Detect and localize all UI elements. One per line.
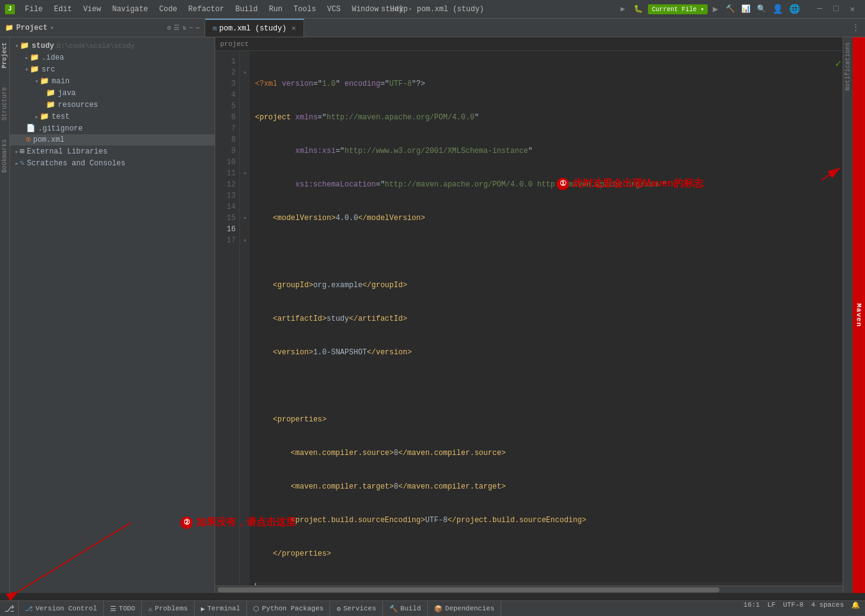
tab-pom-xml[interactable]: m pom.xml (study) ✕ [205, 19, 304, 37]
code-content[interactable]: <?xml version="1.0" encoding="UTF-8"?> <… [250, 51, 843, 586]
editor-gutter: ▾ ▾ ▾ ▾ [240, 51, 250, 586]
project-panel: ▾ 📁 study D:\code\scala\study ▸ 📁 .idea … [10, 37, 215, 593]
bottom-tab-problems[interactable]: ⚠ Problems [142, 601, 194, 616]
code-line-1: <?xml version="1.0" encoding="UTF-8"?> [255, 78, 843, 90]
project-tree: ▾ 📁 study D:\code\scala\study ▸ 📁 .idea … [10, 37, 215, 593]
current-file-dropdown[interactable]: Current File ▾ [648, 4, 708, 14]
tab-bar-actions: ⋮ [846, 19, 865, 37]
menu-window[interactable]: Window [347, 4, 384, 15]
menu-view[interactable]: View [78, 4, 106, 15]
code-line-6 [255, 246, 843, 257]
tree-resources-folder[interactable]: 📁 resources [10, 99, 215, 111]
tree-scratches[interactable]: ▸ ✎ Scratches and Consoles [10, 157, 215, 169]
menu-vcs[interactable]: VCS [322, 4, 346, 15]
toolbar-run[interactable]: ▶ [617, 3, 629, 15]
tree-pom-xml-file[interactable]: m pom.xml [10, 134, 215, 145]
project-settings-icon[interactable]: ⋯ [195, 24, 200, 32]
app-icon: J [5, 4, 15, 14]
project-sort-icon[interactable]: ⇅ [182, 24, 187, 32]
bottom-tab-dependencies[interactable]: 📦 Dependencies [428, 601, 501, 616]
python-packages-label: Python Packages [262, 605, 323, 612]
project-dropdown-icon[interactable]: ▾ [50, 24, 53, 32]
tree-src-folder[interactable]: ▾ 📁 src [10, 63, 215, 75]
tree-test-folder[interactable]: ▸ 📁 test [10, 111, 215, 122]
tree-main-folder[interactable]: ▾ 📁 main [10, 75, 215, 87]
python-icon: ⬡ [253, 605, 259, 613]
notifications-label[interactable]: Notifications [844, 42, 851, 91]
fold-marker-2[interactable]: ▾ [243, 69, 247, 76]
code-line-13: <maven.compiler.target>8</maven.compiler… [255, 481, 843, 492]
build-label: Build [400, 605, 421, 612]
tree-external-libraries[interactable]: ▸ ⊞ External Libraries [10, 145, 215, 157]
search-button[interactable]: 🔍 [754, 3, 769, 15]
fold-marker-11[interactable]: ▾ [243, 170, 247, 177]
code-line-14: <project.build.sourceEncoding>UTF-8</pro… [255, 515, 843, 526]
build-button[interactable]: 🔨 [723, 3, 738, 15]
problems-label: Problems [155, 605, 188, 612]
code-line-7: <groupId>org.example</groupId> [255, 280, 843, 291]
menu-refactor[interactable]: Refactor [183, 4, 229, 15]
notifications-icon-status[interactable]: 🔔 [851, 601, 865, 616]
bottom-left-icon[interactable]: ⎇ [0, 601, 19, 616]
status-right: 16:1 LF UTF-8 4 spaces 🔔 [744, 601, 865, 616]
cursor-position[interactable]: 16:1 [744, 601, 760, 616]
window-title: study - pom.xml (study) [381, 5, 484, 14]
line-separator[interactable]: LF [767, 601, 775, 616]
more-tabs-icon[interactable]: ⋮ [851, 22, 860, 33]
code-editor[interactable]: 1 2 3 4 5 6 7 8 9 10 11 12 13 14 15 16 1… [215, 51, 843, 586]
code-line-8: <artifactId>study</artifactId> [255, 313, 843, 324]
fold-marker-17[interactable]: ▾ [243, 237, 247, 244]
structure-side-label[interactable]: Structure [0, 85, 9, 123]
tree-gitignore-file[interactable]: 📄 .gitignore [10, 122, 215, 134]
bottom-tab-build[interactable]: 🔨 Build [383, 601, 428, 616]
tree-root-study[interactable]: ▾ 📁 study D:\code\scala\study [10, 40, 215, 52]
code-line-15: </properties> [255, 548, 843, 559]
bottom-tab-terminal[interactable]: ▶ Terminal [195, 601, 247, 616]
window-controls: ▶ 🐛 Current File ▾ ▶ 🔨 📊 🔍 👤 🌐 ─ □ ✕ [612, 2, 860, 16]
left-sidebar: Project Structure Bookmarks [0, 37, 10, 593]
tree-java-folder[interactable]: 📁 java [10, 87, 215, 99]
project-collapse-icon[interactable]: − [189, 24, 193, 32]
file-encoding[interactable]: UTF-8 [783, 601, 803, 616]
scrollbar-thumb[interactable] [218, 587, 719, 592]
toolbar-debug[interactable]: 🐛 [630, 3, 647, 15]
bottom-tab-services[interactable]: ⚙ Services [330, 601, 382, 616]
tree-idea-folder[interactable]: ▸ 📁 .idea [10, 52, 215, 63]
maven-sidebar[interactable]: Maven [853, 37, 865, 593]
code-line-11: <properties> [255, 414, 843, 425]
maximize-button[interactable]: □ [828, 2, 843, 16]
bottom-tab-python-packages[interactable]: ⬡ Python Packages [247, 601, 330, 616]
dependencies-icon: 📦 [434, 605, 443, 613]
breadcrumb: project [215, 37, 843, 51]
tab-close-icon[interactable]: ✕ [292, 24, 296, 33]
bottom-tab-version-control[interactable]: ⎇ Version Control [19, 601, 104, 616]
external-libraries-label: External Libraries [27, 147, 108, 156]
project-layout-icon[interactable]: ☰ [173, 24, 180, 32]
project-gear-icon[interactable]: ⚙ [167, 24, 172, 32]
project-label[interactable]: Project [16, 24, 47, 32]
horizontal-scrollbar[interactable] [215, 586, 843, 593]
menu-tools[interactable]: Tools [289, 4, 321, 15]
menu-navigate[interactable]: Navigate [107, 4, 153, 15]
project-side-label[interactable]: Project [0, 40, 9, 71]
run-button[interactable]: ▶ [709, 2, 721, 16]
fold-marker-15[interactable]: ▾ [243, 214, 247, 222]
project-tab-bar: 📁 Project ▾ ⚙ ☰ ⇅ − ⋯ m pom.xml (study) … [0, 19, 865, 37]
close-button[interactable]: ✕ [845, 2, 860, 16]
maven-label: Maven [855, 303, 863, 327]
breadcrumb-project: project [220, 40, 249, 48]
menu-file[interactable]: File [20, 4, 48, 15]
indent-info[interactable]: 4 spaces [811, 601, 844, 616]
menu-code[interactable]: Code [154, 4, 182, 15]
bookmarks-side-label[interactable]: Bookmarks [0, 137, 9, 175]
menu-build[interactable]: Build [230, 4, 262, 15]
terminal-icon: ▶ [201, 605, 205, 613]
problems-icon: ⚠ [148, 605, 152, 613]
menu-run[interactable]: Run [264, 4, 287, 15]
bottom-tab-todo[interactable]: ☰ TODO [104, 601, 142, 616]
project-panel-tab: 📁 Project ▾ ⚙ ☰ ⇅ − ⋯ [0, 19, 205, 37]
menu-edit[interactable]: Edit [49, 4, 77, 15]
services-icon: ⚙ [336, 605, 341, 613]
coverage-button[interactable]: 📊 [739, 3, 753, 15]
minimize-button[interactable]: ─ [812, 2, 827, 16]
